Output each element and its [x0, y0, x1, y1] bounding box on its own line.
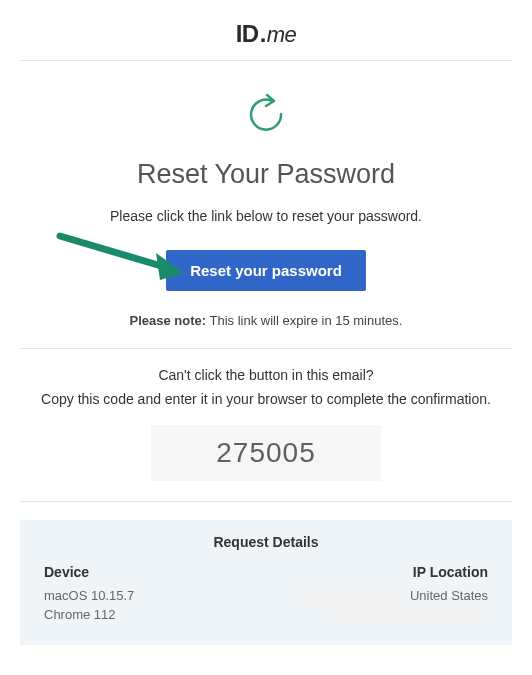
page-subtitle: Please click the link below to reset you… [20, 208, 512, 224]
logo-dot: . [260, 20, 266, 48]
expiry-note: Please note: This link will expire in 15… [20, 313, 512, 328]
logo-me: me [267, 22, 297, 48]
note-label: Please note: [130, 313, 207, 328]
annotation-arrow-icon [56, 228, 186, 292]
alt-title: Can't click the button in this email? [20, 367, 512, 383]
reset-password-button[interactable]: Reset your password [166, 250, 366, 291]
redacted-ip [296, 590, 406, 604]
section-divider-2 [20, 501, 512, 502]
ip-country: United States [410, 588, 488, 603]
svg-line-0 [60, 236, 168, 268]
section-divider [20, 348, 512, 349]
idme-logo: ID.me [236, 20, 297, 48]
hero-icon-row [20, 61, 512, 159]
logo-id: ID [236, 20, 259, 48]
details-title: Request Details [44, 534, 488, 550]
alt-subtitle: Copy this code and enter it in your brow… [20, 391, 512, 407]
cta-row: Reset your password [20, 250, 512, 291]
ip-country-row: United States [266, 588, 488, 604]
page-title: Reset Your Password [20, 159, 512, 190]
request-details-panel: Request Details Device macOS 10.15.7 Chr… [20, 520, 512, 645]
device-header: Device [44, 564, 266, 580]
device-browser: Chrome 112 [44, 607, 266, 622]
ip-column: IP Location United States [266, 564, 488, 627]
device-os: macOS 10.15.7 [44, 588, 266, 603]
device-column: Device macOS 10.15.7 Chrome 112 [44, 564, 266, 627]
reset-circular-arrow-icon [241, 89, 291, 139]
email-header: ID.me [20, 0, 512, 61]
svg-marker-1 [156, 253, 184, 280]
ip-redacted-row [266, 608, 488, 624]
note-text: This link will expire in 15 minutes. [206, 313, 402, 328]
redacted-line [334, 609, 484, 623]
ip-header: IP Location [266, 564, 488, 580]
confirmation-code: 275005 [151, 425, 381, 481]
